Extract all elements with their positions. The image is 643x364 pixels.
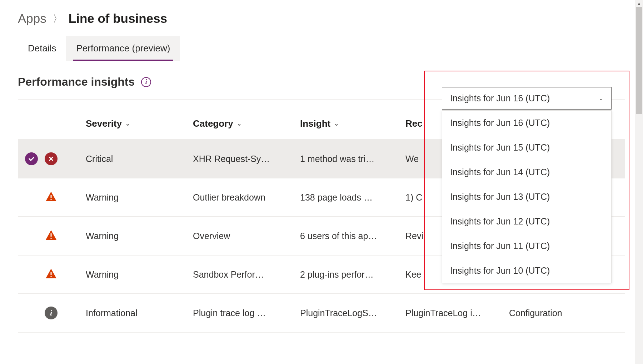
page-title: Performance insights [18,75,135,89]
cell-severity: Critical [86,154,193,164]
warning-icon [45,268,58,282]
tab-performance[interactable]: Performance (preview) [66,36,180,61]
cell-recommendation: PluginTraceLog i… [405,308,509,318]
cell-category: Plugin trace log … [193,308,300,318]
cell-severity: Informational [86,308,193,318]
date-dropdown-item[interactable]: Insights for Jun 11 (UTC) [442,234,611,258]
cell-severity: Warning [86,269,193,280]
date-dropdown-item[interactable]: Insights for Jun 16 (UTC) [442,111,611,135]
tab-details[interactable]: Details [18,36,66,61]
column-header-severity[interactable]: Severity ⌄ [86,118,193,129]
info-icon[interactable]: i [141,77,151,87]
column-header-label: Category [193,118,233,129]
chevron-down-icon: ⌄ [237,120,241,127]
date-picker-selected-label: Insights for Jun 16 (UTC) [450,93,550,103]
chevron-right-icon: 〉 [53,12,62,25]
svg-rect-2 [51,233,52,237]
cell-severity: Warning [86,192,193,203]
cell-insight: 138 page loads … [300,192,405,203]
info-icon: i [45,307,58,319]
date-picker-highlight: Insights for Jun 16 (UTC) ⌄ Insights for… [424,71,629,290]
svg-rect-5 [51,276,52,277]
column-header-label: Severity [86,118,122,129]
cell-category: Sandbox Perfor… [193,269,300,280]
breadcrumb-parent[interactable]: Apps [18,11,46,26]
cell-category: XHR Request-Sy… [193,154,300,164]
cell-insight: PluginTraceLogS… [300,308,405,318]
cell-insight: 6 users of this ap… [300,231,405,241]
column-header-label: Insight [300,118,330,129]
cell-category: Outlier breakdown [193,192,300,203]
tabs: Details Performance (preview) [18,36,625,61]
warning-icon [45,229,58,243]
date-picker-dropdown: Insights for Jun 16 (UTC)Insights for Ju… [442,110,612,283]
warning-icon [45,191,58,204]
critical-icon [45,152,58,165]
column-header-insight[interactable]: Insight ⌄ [300,118,405,129]
vertical-scrollbar[interactable]: ▲ [635,0,643,364]
row-selected-check-icon[interactable] [25,152,38,165]
scroll-up-arrow-icon[interactable]: ▲ [635,0,643,7]
date-picker-select[interactable]: Insights for Jun 16 (UTC) ⌄ [442,87,612,110]
cell-severity: Warning [86,231,193,241]
date-dropdown-item[interactable]: Insights for Jun 14 (UTC) [442,160,611,184]
date-dropdown-item[interactable]: Insights for Jun 12 (UTC) [442,209,611,234]
scrollbar-thumb[interactable] [636,7,642,114]
date-dropdown-item[interactable]: Insights for Jun 15 (UTC) [442,135,611,160]
cell-work: Configuration [509,308,616,318]
svg-rect-1 [51,199,52,200]
column-header-label: Rec [405,118,423,129]
chevron-down-icon: ⌄ [334,120,339,127]
svg-rect-0 [51,195,52,198]
date-dropdown-item[interactable]: Insights for Jun 13 (UTC) [442,184,611,209]
svg-rect-3 [51,238,52,239]
cell-category: Overview [193,231,300,241]
table-row[interactable]: iInformationalPlugin trace log …PluginTr… [18,294,625,333]
svg-rect-4 [51,272,52,275]
column-header-category[interactable]: Category ⌄ [193,118,300,129]
chevron-down-icon: ⌄ [125,120,130,127]
chevron-down-icon: ⌄ [599,95,603,102]
date-dropdown-item[interactable]: Insights for Jun 10 (UTC) [442,258,611,283]
cell-insight: 1 method was tri… [300,154,405,164]
breadcrumb-current: Line of business [69,11,167,26]
cell-insight: 2 plug-ins perfor… [300,269,405,280]
breadcrumb: Apps 〉 Line of business [18,11,625,26]
